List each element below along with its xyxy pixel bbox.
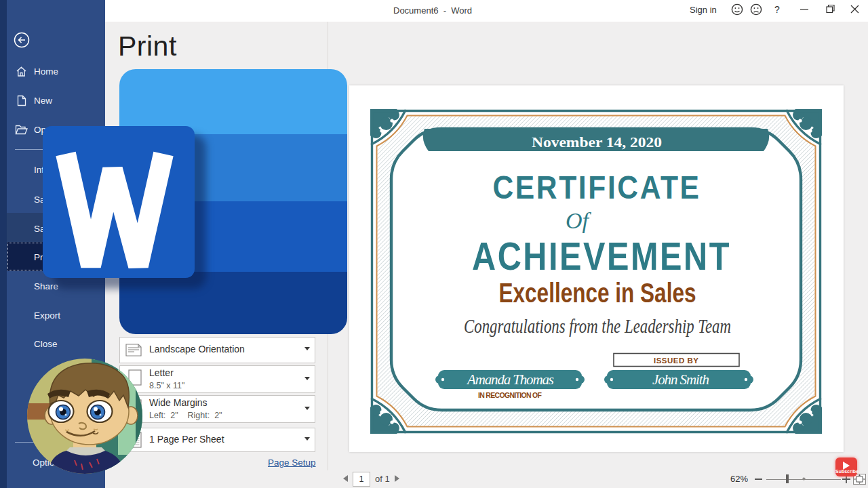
svg-text:ISSUED BY: ISSUED BY	[654, 357, 698, 365]
svg-text:ACHIEVEMENT: ACHIEVEMENT	[472, 234, 731, 278]
svg-text:IN RECOGNITION OF: IN RECOGNITION OF	[478, 391, 542, 399]
svg-text:Of: Of	[566, 208, 592, 233]
svg-text:John Smith: John Smith	[652, 371, 709, 388]
svg-text:CERTIFICATE: CERTIFICATE	[493, 169, 701, 205]
svg-text:Excellence in Sales: Excellence in Sales	[499, 277, 696, 308]
svg-text:Congratulations from the Leade: Congratulations from the Leadership Team	[464, 315, 731, 337]
svg-text:November 14, 2020: November 14, 2020	[532, 134, 662, 150]
svg-text:Amanda Thomas: Amanda Thomas	[466, 371, 554, 388]
